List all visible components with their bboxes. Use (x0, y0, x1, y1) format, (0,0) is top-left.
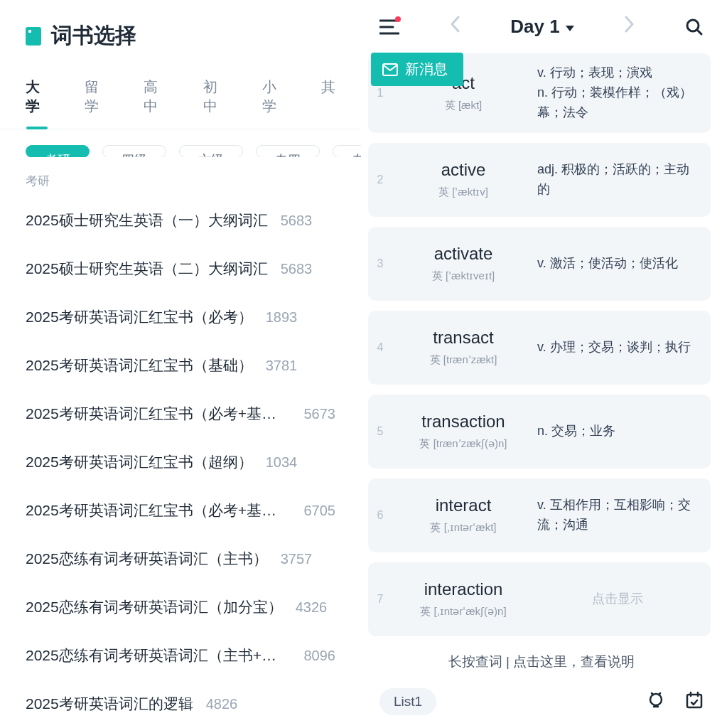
word-english: interaction (424, 579, 503, 599)
pill-专四[interactable]: 专四 (256, 145, 320, 157)
book-name: 2025考研英语词汇红宝书（超纲） (26, 452, 253, 472)
word-pronunciation: 英 [ˌɪntərˈækʃ(ə)n] (420, 605, 506, 619)
book-list: 2025硕士研究生英语（一）大纲词汇56832025硕士研究生英语（二）大纲词汇… (0, 196, 361, 728)
right-footer: List1 (361, 681, 722, 728)
book-row[interactable]: 2025考研英语词汇的逻辑4826 (26, 680, 335, 728)
subcategory-pills: 考研四级六级专四专八 (0, 129, 361, 157)
word-card[interactable]: 7interaction英 [ˌɪntərˈækʃ(ə)n]点击显示 (368, 562, 711, 636)
word-head: interact英 [ˌɪntərˈækt] (392, 478, 534, 552)
book-count: 1893 (266, 309, 298, 326)
svg-point-2 (650, 694, 662, 705)
word-index: 6 (368, 478, 392, 552)
reveal-button[interactable]: 点击显示 (534, 562, 711, 636)
book-count: 8096 (304, 648, 336, 664)
tab-其[interactable]: 其 (321, 70, 335, 129)
word-card[interactable]: 5transaction英 [trænˈzækʃ(ə)n]n. 交易；业务 (368, 395, 711, 469)
book-name: 2025考研英语词汇的逻辑 (26, 694, 193, 714)
book-count: 6705 (304, 503, 336, 519)
book-name: 2025考研英语词汇红宝书（必考） (26, 307, 253, 327)
book-row[interactable]: 2025恋练有词考研英语词汇（主书+加…8096 (26, 631, 335, 680)
notification-dot-icon (395, 16, 401, 22)
word-definition: v. 互相作用；互相影响；交流；沟通 (534, 478, 711, 552)
book-name: 2025考研英语词汇红宝书（必考+基础… (26, 500, 291, 520)
right-header: Day 1 (361, 0, 722, 49)
word-pronunciation: 英 [ˌɪntərˈækt] (430, 521, 496, 535)
book-name: 2025硕士研究生英语（二）大纲词汇 (26, 259, 268, 279)
word-definition: v. 行动；表现；演戏 n. 行动；装模作样；（戏）幕；法令 (534, 53, 711, 133)
word-english: active (441, 160, 486, 180)
book-name: 2025恋练有词考研英语词汇（加分宝） (26, 597, 283, 617)
page-title: 词书选择 (51, 21, 136, 50)
book-count: 4826 (206, 696, 238, 712)
book-row[interactable]: 2025硕士研究生英语（二）大纲词汇5683 (26, 245, 335, 293)
book-row[interactable]: 2025考研英语词汇红宝书（必考+基础）5673 (26, 390, 335, 438)
book-icon (26, 27, 41, 46)
menu-icon[interactable] (379, 19, 399, 35)
book-row[interactable]: 2025考研英语词汇红宝书（基础）3781 (26, 341, 335, 390)
word-english: transact (433, 328, 493, 348)
pill-考研[interactable]: 考研 (26, 145, 90, 157)
word-head: transact英 [trænˈzækt] (392, 311, 534, 385)
notice-text: 新消息 (405, 60, 448, 79)
word-card[interactable]: 2active英 [ˈæktɪv]adj. 积极的；活跃的；主动的 (368, 143, 711, 217)
footer-icons (647, 691, 704, 712)
category-tabs: 大学留学高中初中小学其 (0, 70, 361, 129)
word-head: active英 [ˈæktɪv] (392, 143, 534, 217)
lightbulb-icon[interactable] (647, 691, 665, 712)
tab-大学[interactable]: 大学 (26, 70, 48, 129)
book-count: 5683 (281, 261, 313, 277)
tab-高中[interactable]: 高中 (144, 70, 166, 129)
word-english: activate (434, 244, 493, 264)
title-row: 词书选择 (0, 21, 361, 70)
pill-专八[interactable]: 专八 (333, 145, 361, 157)
word-index: 4 (368, 311, 392, 385)
book-count: 5683 (281, 213, 313, 229)
book-select-panel: 词书选择 大学留学高中初中小学其 考研四级六级专四专八 考研 2025硕士研究生… (0, 0, 361, 728)
word-definition: v. 激活；使活动；使活化 (534, 227, 711, 301)
mail-icon (382, 63, 398, 76)
new-message-banner[interactable]: 新消息 (371, 53, 463, 86)
search-icon[interactable] (685, 18, 704, 36)
book-row[interactable]: 2025考研英语词汇红宝书（必考）1893 (26, 293, 335, 341)
book-name: 2025考研英语词汇红宝书（必考+基础） (26, 404, 291, 424)
book-row[interactable]: 2025考研英语词汇红宝书（必考+基础…6705 (26, 486, 335, 535)
word-head: interaction英 [ˌɪntərˈækʃ(ə)n] (392, 562, 534, 636)
word-index: 3 (368, 227, 392, 301)
list-chip[interactable]: List1 (379, 688, 436, 715)
calendar-icon[interactable] (685, 691, 704, 712)
word-pronunciation: 英 [ˈæktɪveɪt] (432, 269, 495, 283)
word-index: 7 (368, 562, 392, 636)
book-row[interactable]: 2025恋练有词考研英语词汇（主书）3757 (26, 535, 335, 583)
book-row[interactable]: 2025恋练有词考研英语词汇（加分宝）4326 (26, 583, 335, 631)
next-day-button[interactable] (619, 16, 640, 38)
pill-六级[interactable]: 六级 (179, 145, 243, 157)
pill-四级[interactable]: 四级 (102, 145, 166, 157)
tab-留学[interactable]: 留学 (85, 70, 107, 129)
word-card[interactable]: 4transact英 [trænˈzækt]v. 办理；交易；谈判；执行 (368, 311, 711, 385)
svg-rect-3 (687, 695, 701, 707)
hint-bar[interactable]: 长按查词 | 点击这里，查看说明 (361, 643, 722, 681)
tab-初中[interactable]: 初中 (203, 70, 225, 129)
book-name: 2025硕士研究生英语（一）大纲词汇 (26, 210, 268, 230)
word-card[interactable]: 6interact英 [ˌɪntərˈækt]v. 互相作用；互相影响；交流；沟… (368, 478, 711, 552)
word-list: 1act英 [ækt]v. 行动；表现；演戏 n. 行动；装模作样；（戏）幕；法… (361, 49, 722, 643)
tab-小学[interactable]: 小学 (262, 70, 284, 129)
word-english: transaction (421, 412, 505, 432)
book-count: 1034 (266, 454, 298, 471)
word-pronunciation: 英 [trænˈzækt] (430, 353, 497, 367)
book-count: 4326 (296, 599, 328, 616)
word-definition: v. 办理；交易；谈判；执行 (534, 311, 711, 385)
book-row[interactable]: 2025硕士研究生英语（一）大纲词汇5683 (26, 196, 335, 245)
day-label: Day 1 (510, 16, 559, 38)
word-index: 2 (368, 143, 392, 217)
word-pronunciation: 英 [ækt] (445, 99, 483, 112)
section-label: 考研 (0, 157, 361, 196)
book-count: 3757 (281, 551, 313, 567)
word-card[interactable]: 3activate英 [ˈæktɪveɪt]v. 激活；使活动；使活化 (368, 227, 711, 301)
day-selector[interactable]: Day 1 (510, 16, 573, 38)
book-name: 2025考研英语词汇红宝书（基础） (26, 355, 253, 375)
book-name: 2025恋练有词考研英语词汇（主书+加… (26, 646, 291, 665)
prev-day-button[interactable] (444, 16, 465, 38)
book-row[interactable]: 2025考研英语词汇红宝书（超纲）1034 (26, 438, 335, 486)
word-definition: adj. 积极的；活跃的；主动的 (534, 143, 711, 217)
